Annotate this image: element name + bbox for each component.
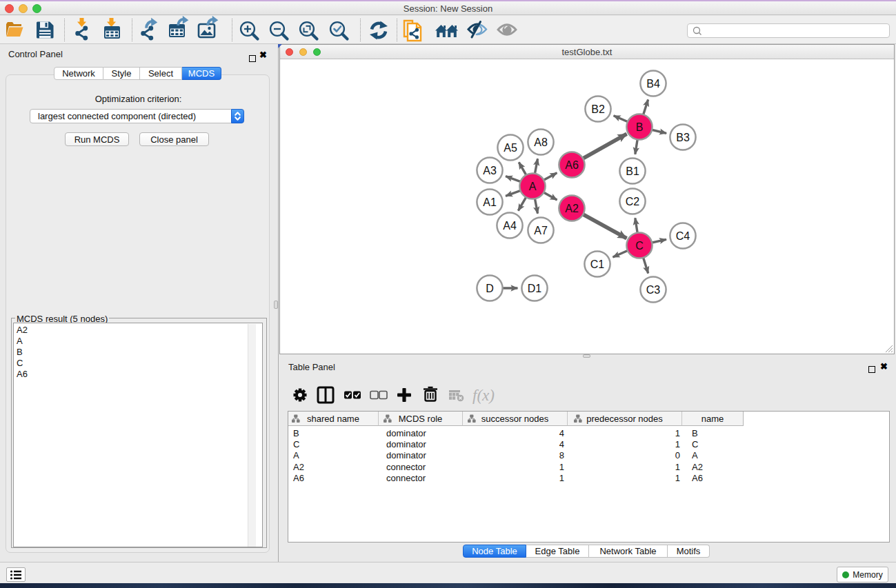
svg-text:D1: D1 <box>528 283 542 294</box>
svg-text:A2: A2 <box>565 203 579 214</box>
svg-text:B1: B1 <box>626 165 639 177</box>
svg-text:A8: A8 <box>534 136 548 148</box>
svg-text:C4: C4 <box>676 230 690 242</box>
svg-text:A5: A5 <box>504 142 517 154</box>
svg-text:A1: A1 <box>483 196 497 208</box>
svg-text:A6: A6 <box>565 159 579 171</box>
svg-text:B: B <box>636 121 644 133</box>
svg-text:C3: C3 <box>646 284 661 296</box>
svg-text:A4: A4 <box>503 220 517 232</box>
svg-text:A7: A7 <box>534 225 548 236</box>
svg-text:C: C <box>635 240 644 252</box>
svg-text:A: A <box>529 181 537 192</box>
svg-text:B3: B3 <box>676 132 690 143</box>
svg-text:C1: C1 <box>590 258 605 270</box>
svg-text:B4: B4 <box>646 78 660 90</box>
svg-text:B2: B2 <box>591 103 605 115</box>
svg-text:C2: C2 <box>626 196 640 207</box>
svg-text:A3: A3 <box>483 165 497 176</box>
svg-text:f(x): f(x) <box>472 387 495 404</box>
svg-text:D: D <box>486 283 494 294</box>
